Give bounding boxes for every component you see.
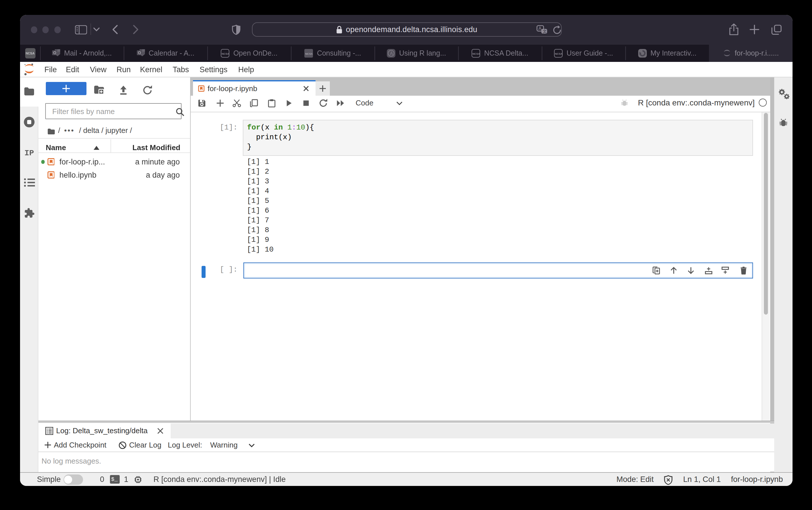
svg-text:文: 文 (543, 29, 547, 33)
svg-text:A: A (538, 26, 541, 31)
svg-text:NCSA: NCSA (222, 52, 229, 55)
svg-text:NCSA: NCSA (555, 52, 563, 55)
svg-text:A: A (390, 51, 393, 56)
svg-text:NCSA: NCSA (305, 52, 313, 55)
svg-text:NCSA: NCSA (473, 52, 480, 55)
